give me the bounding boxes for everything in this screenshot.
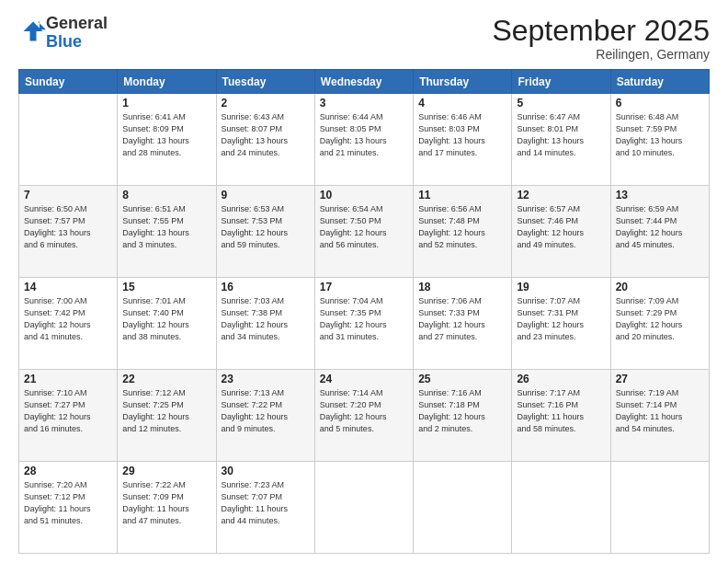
calendar-cell: 27Sunrise: 7:19 AM Sunset: 7:14 PM Dayli… <box>610 370 709 462</box>
calendar-cell: 24Sunrise: 7:14 AM Sunset: 7:20 PM Dayli… <box>314 370 413 462</box>
calendar-cell: 30Sunrise: 7:23 AM Sunset: 7:07 PM Dayli… <box>216 462 314 554</box>
day-number: 5 <box>517 97 605 109</box>
month-title: September 2025 <box>492 15 710 47</box>
day-info: Sunrise: 6:44 AM Sunset: 8:05 PM Dayligh… <box>320 111 408 159</box>
day-info: Sunrise: 6:46 AM Sunset: 8:03 PM Dayligh… <box>418 111 506 159</box>
day-number: 8 <box>122 189 210 201</box>
calendar-week-row: 14Sunrise: 7:00 AM Sunset: 7:42 PM Dayli… <box>19 278 710 370</box>
calendar-cell: 13Sunrise: 6:59 AM Sunset: 7:44 PM Dayli… <box>610 186 709 278</box>
day-info: Sunrise: 6:59 AM Sunset: 7:44 PM Dayligh… <box>616 203 704 251</box>
calendar-cell: 21Sunrise: 7:10 AM Sunset: 7:27 PM Dayli… <box>19 370 118 462</box>
logo: General Blue <box>18 15 108 52</box>
calendar-week-row: 21Sunrise: 7:10 AM Sunset: 7:27 PM Dayli… <box>19 370 710 462</box>
calendar-cell: 14Sunrise: 7:00 AM Sunset: 7:42 PM Dayli… <box>19 278 118 370</box>
logo-general: General <box>46 14 108 32</box>
logo-icon <box>20 18 46 44</box>
day-info: Sunrise: 7:03 AM Sunset: 7:38 PM Dayligh… <box>222 295 310 343</box>
calendar-cell: 15Sunrise: 7:01 AM Sunset: 7:40 PM Dayli… <box>118 278 216 370</box>
day-number: 28 <box>24 465 112 477</box>
day-number: 20 <box>616 281 704 293</box>
day-number: 9 <box>222 189 310 201</box>
calendar-cell: 20Sunrise: 7:09 AM Sunset: 7:29 PM Dayli… <box>610 278 709 370</box>
calendar-week-row: 1Sunrise: 6:41 AM Sunset: 8:09 PM Daylig… <box>19 94 710 186</box>
day-number: 2 <box>222 97 310 109</box>
calendar-cell: 9Sunrise: 6:53 AM Sunset: 7:53 PM Daylig… <box>216 186 314 278</box>
calendar-cell: 17Sunrise: 7:04 AM Sunset: 7:35 PM Dayli… <box>314 278 413 370</box>
calendar-cell: 26Sunrise: 7:17 AM Sunset: 7:16 PM Dayli… <box>512 370 610 462</box>
header: General Blue September 2025 Reilingen, G… <box>18 15 710 62</box>
calendar-cell <box>512 462 610 554</box>
day-number: 24 <box>320 373 408 385</box>
day-number: 14 <box>24 281 112 293</box>
calendar-cell <box>414 462 512 554</box>
day-number: 30 <box>222 465 310 477</box>
day-info: Sunrise: 6:47 AM Sunset: 8:01 PM Dayligh… <box>517 111 605 159</box>
day-info: Sunrise: 7:17 AM Sunset: 7:16 PM Dayligh… <box>517 387 605 435</box>
calendar-cell: 2Sunrise: 6:43 AM Sunset: 8:07 PM Daylig… <box>216 94 314 186</box>
col-header-saturday: Saturday <box>610 70 709 94</box>
day-info: Sunrise: 6:43 AM Sunset: 8:07 PM Dayligh… <box>222 111 310 159</box>
calendar-cell: 12Sunrise: 6:57 AM Sunset: 7:46 PM Dayli… <box>512 186 610 278</box>
day-number: 4 <box>418 97 506 109</box>
day-number: 3 <box>320 97 408 109</box>
day-number: 13 <box>616 189 704 201</box>
calendar-cell: 5Sunrise: 6:47 AM Sunset: 8:01 PM Daylig… <box>512 94 610 186</box>
day-number: 10 <box>320 189 408 201</box>
day-info: Sunrise: 7:23 AM Sunset: 7:07 PM Dayligh… <box>222 479 310 527</box>
day-info: Sunrise: 7:09 AM Sunset: 7:29 PM Dayligh… <box>616 295 704 343</box>
calendar-cell: 19Sunrise: 7:07 AM Sunset: 7:31 PM Dayli… <box>512 278 610 370</box>
day-info: Sunrise: 7:22 AM Sunset: 7:09 PM Dayligh… <box>122 479 210 527</box>
calendar-cell: 18Sunrise: 7:06 AM Sunset: 7:33 PM Dayli… <box>414 278 512 370</box>
logo-blue: Blue <box>46 32 82 51</box>
day-info: Sunrise: 6:41 AM Sunset: 8:09 PM Dayligh… <box>122 111 210 159</box>
calendar-cell: 10Sunrise: 6:54 AM Sunset: 7:50 PM Dayli… <box>314 186 413 278</box>
day-info: Sunrise: 7:04 AM Sunset: 7:35 PM Dayligh… <box>320 295 408 343</box>
calendar-cell: 7Sunrise: 6:50 AM Sunset: 7:57 PM Daylig… <box>19 186 118 278</box>
calendar-cell <box>610 462 709 554</box>
day-info: Sunrise: 7:12 AM Sunset: 7:25 PM Dayligh… <box>122 387 210 435</box>
day-info: Sunrise: 7:00 AM Sunset: 7:42 PM Dayligh… <box>24 295 112 343</box>
calendar-cell: 25Sunrise: 7:16 AM Sunset: 7:18 PM Dayli… <box>414 370 512 462</box>
col-header-thursday: Thursday <box>414 70 512 94</box>
day-number: 1 <box>122 97 210 109</box>
day-info: Sunrise: 6:51 AM Sunset: 7:55 PM Dayligh… <box>122 203 210 251</box>
day-number: 21 <box>24 373 112 385</box>
day-info: Sunrise: 7:01 AM Sunset: 7:40 PM Dayligh… <box>122 295 210 343</box>
day-number: 25 <box>418 373 506 385</box>
day-info: Sunrise: 6:48 AM Sunset: 7:59 PM Dayligh… <box>616 111 704 159</box>
day-info: Sunrise: 6:53 AM Sunset: 7:53 PM Dayligh… <box>222 203 310 251</box>
day-info: Sunrise: 6:56 AM Sunset: 7:48 PM Dayligh… <box>418 203 506 251</box>
day-number: 17 <box>320 281 408 293</box>
day-number: 16 <box>222 281 310 293</box>
calendar-table: SundayMondayTuesdayWednesdayThursdayFrid… <box>18 69 710 554</box>
day-info: Sunrise: 6:57 AM Sunset: 7:46 PM Dayligh… <box>517 203 605 251</box>
calendar-cell <box>19 94 118 186</box>
day-info: Sunrise: 7:07 AM Sunset: 7:31 PM Dayligh… <box>517 295 605 343</box>
day-number: 7 <box>24 189 112 201</box>
day-info: Sunrise: 7:19 AM Sunset: 7:14 PM Dayligh… <box>616 387 704 435</box>
day-info: Sunrise: 7:10 AM Sunset: 7:27 PM Dayligh… <box>24 387 112 435</box>
day-number: 26 <box>517 373 605 385</box>
col-header-tuesday: Tuesday <box>216 70 314 94</box>
calendar-cell <box>314 462 413 554</box>
day-number: 15 <box>122 281 210 293</box>
col-header-sunday: Sunday <box>19 70 118 94</box>
calendar-cell: 29Sunrise: 7:22 AM Sunset: 7:09 PM Dayli… <box>118 462 216 554</box>
page: General Blue September 2025 Reilingen, G… <box>0 0 728 563</box>
calendar-week-row: 28Sunrise: 7:20 AM Sunset: 7:12 PM Dayli… <box>19 462 710 554</box>
day-number: 27 <box>616 373 704 385</box>
calendar-cell: 22Sunrise: 7:12 AM Sunset: 7:25 PM Dayli… <box>118 370 216 462</box>
day-number: 19 <box>517 281 605 293</box>
location: Reilingen, Germany <box>492 47 710 62</box>
day-info: Sunrise: 7:06 AM Sunset: 7:33 PM Dayligh… <box>418 295 506 343</box>
col-header-monday: Monday <box>118 70 216 94</box>
day-number: 6 <box>616 97 704 109</box>
calendar-cell: 28Sunrise: 7:20 AM Sunset: 7:12 PM Dayli… <box>19 462 118 554</box>
calendar-header-row: SundayMondayTuesdayWednesdayThursdayFrid… <box>19 70 710 94</box>
day-info: Sunrise: 7:14 AM Sunset: 7:20 PM Dayligh… <box>320 387 408 435</box>
day-info: Sunrise: 6:50 AM Sunset: 7:57 PM Dayligh… <box>24 203 112 251</box>
day-number: 18 <box>418 281 506 293</box>
day-number: 29 <box>122 465 210 477</box>
calendar-cell: 8Sunrise: 6:51 AM Sunset: 7:55 PM Daylig… <box>118 186 216 278</box>
day-number: 11 <box>418 189 506 201</box>
